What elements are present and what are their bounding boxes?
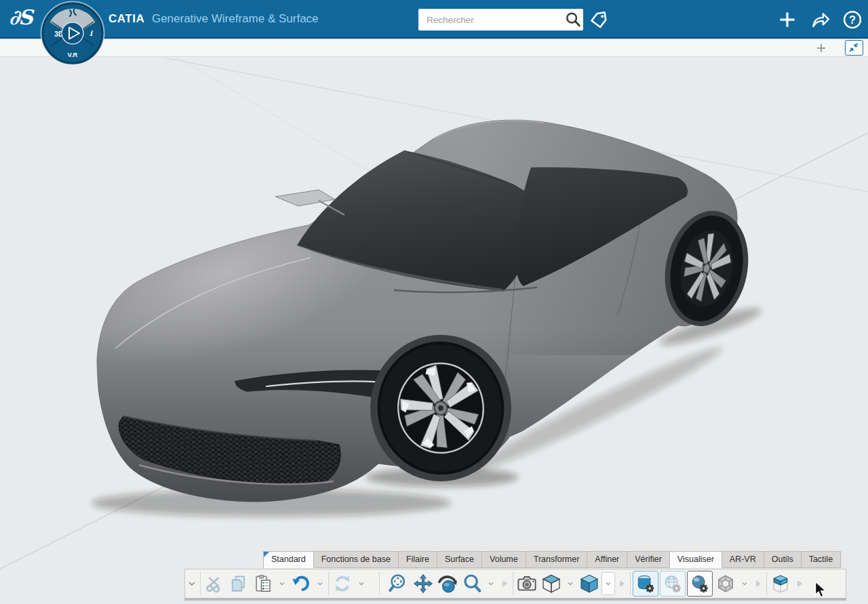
car-model[interactable]	[32, 111, 758, 518]
app-title: CATIA Generative Wireframe & Surface	[108, 12, 319, 26]
compass-vr-label[interactable]: V.R	[68, 51, 78, 58]
active-tab-marker	[264, 552, 269, 557]
screenshot-button[interactable]	[515, 571, 539, 596]
shading-group-expand[interactable]	[615, 571, 629, 596]
tab-surface[interactable]: Surface	[437, 551, 482, 568]
cut-button[interactable]	[202, 571, 226, 596]
top-app-bar: ∂S CATIA Generative Wireframe & Surface …	[0, 0, 868, 39]
chevron-down-icon	[278, 580, 286, 588]
side-mirror-wing	[275, 190, 335, 206]
iso-view-button[interactable]	[539, 571, 564, 596]
render-group-expand[interactable]	[751, 571, 765, 596]
tab-visualiser[interactable]: Visualiser	[670, 551, 722, 568]
play-expand-icon	[617, 579, 627, 588]
share-icon[interactable]	[810, 9, 831, 30]
hide-show-box-button[interactable]	[768, 571, 793, 596]
aperture-hexagon-icon	[715, 573, 736, 594]
chevron-down-icon	[604, 580, 612, 588]
render-style-shading-toggle[interactable]	[687, 571, 713, 597]
3d-viewport[interactable]	[0, 57, 868, 604]
3d-scene-canvas[interactable]	[0, 57, 868, 604]
visibility-group-expand[interactable]	[793, 571, 806, 596]
play-expand-icon	[753, 579, 763, 588]
paste-dropdown[interactable]	[275, 571, 289, 596]
tab-tactile[interactable]: Tactile	[802, 551, 841, 568]
paste-button[interactable]	[251, 571, 275, 596]
dassault-3ds-logo[interactable]: ∂S	[9, 5, 32, 29]
sync-arrows-icon	[332, 573, 353, 595]
copy-icon	[229, 573, 249, 594]
undo-dropdown[interactable]	[313, 571, 327, 596]
tab-verifier[interactable]: Vérifier	[627, 551, 670, 568]
update-dropdown[interactable]	[355, 571, 368, 596]
add-tab-icon[interactable]	[815, 42, 827, 54]
camera-icon	[516, 573, 538, 595]
section-aperture-button[interactable]	[713, 571, 738, 596]
search-input[interactable]	[418, 15, 563, 25]
collapse-window-button[interactable]	[845, 40, 863, 56]
search-icon[interactable]	[563, 9, 583, 30]
globe-gear-icon	[663, 573, 683, 594]
clipboard-paste-icon	[253, 573, 273, 594]
rotate-hand-icon	[437, 573, 458, 595]
tab-standard[interactable]: Standard	[263, 551, 314, 568]
play-expand-icon	[500, 579, 509, 588]
aperture-dropdown[interactable]	[738, 571, 751, 596]
tab-volume[interactable]: Volume	[482, 551, 526, 568]
bottom-toolbar	[184, 569, 846, 601]
chevron-down-icon	[357, 580, 366, 588]
iso-view-dropdown[interactable]	[564, 571, 577, 596]
rotate-button[interactable]	[435, 571, 460, 596]
tab-transformer[interactable]: Transformer	[526, 551, 588, 568]
magnifier-icon	[461, 573, 483, 595]
copy-button[interactable]	[226, 571, 251, 596]
zoom-fit-all-button[interactable]	[387, 571, 411, 596]
render-style-database-toggle[interactable]	[633, 571, 658, 597]
help-icon[interactable]: ?	[842, 9, 863, 30]
database-gear-icon	[635, 573, 656, 594]
svg-text:?: ?	[849, 14, 856, 26]
tab-fonctions-de-base[interactable]: Fonctions de base	[314, 551, 399, 568]
play-expand-icon	[795, 579, 804, 588]
tab-ar-vr[interactable]: AR-VR	[722, 551, 764, 568]
tab-filaire[interactable]: Filaire	[399, 551, 437, 568]
tag-icon[interactable]	[589, 9, 609, 30]
collapse-arrows-icon	[846, 41, 862, 54]
chevron-down-icon	[741, 580, 749, 588]
view-group-expand[interactable]	[498, 571, 511, 596]
tab-affiner[interactable]: Affiner	[587, 551, 627, 568]
pan-button[interactable]	[411, 571, 435, 596]
secondary-bar	[0, 40, 868, 57]
render-style-materials-toggle[interactable]	[660, 571, 686, 597]
pan-arrows-icon	[412, 573, 434, 595]
shading-options-dropdown[interactable]	[601, 572, 615, 595]
undo-icon	[290, 573, 312, 595]
action-bar-tabs: Standard Fonctions de base Filaire Surfa…	[263, 551, 841, 568]
product-name: CATIA	[108, 12, 144, 25]
zoom-dropdown[interactable]	[484, 571, 498, 596]
iso-cube-icon	[540, 573, 562, 595]
chevron-down-icon	[487, 580, 495, 588]
hide-show-box-icon	[769, 572, 792, 595]
workbench-name: Generative Wireframe & Surface	[152, 12, 319, 25]
scissors-icon	[204, 573, 224, 594]
search-box	[418, 9, 583, 31]
sphere-gear-icon	[690, 573, 710, 594]
shaded-view-button[interactable]	[577, 571, 601, 596]
tab-outils[interactable]: Outils	[764, 551, 802, 568]
chevron-down-icon	[316, 580, 324, 588]
shaded-cube-icon	[578, 573, 600, 595]
add-icon[interactable]	[777, 9, 797, 30]
undo-button[interactable]	[289, 571, 313, 596]
chevron-down-icon	[186, 578, 197, 589]
zoom-button[interactable]	[460, 571, 484, 596]
3dexperience-compass[interactable]: 3D V.R i	[40, 1, 105, 66]
chevron-down-icon	[566, 580, 574, 588]
collapse-toolbar-button[interactable]	[185, 571, 199, 596]
zoom-fit-icon	[388, 573, 410, 595]
update-sync-button[interactable]	[330, 571, 355, 596]
